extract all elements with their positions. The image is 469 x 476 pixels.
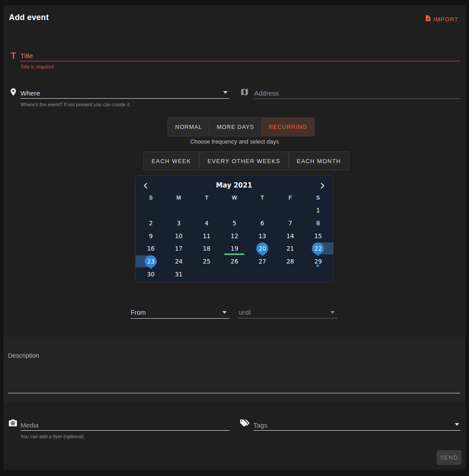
title-input[interactable]: Title — [20, 52, 33, 60]
location-pin-icon — [9, 87, 18, 99]
calendar-day-21[interactable]: 21 — [276, 242, 304, 255]
calendar-day-5[interactable]: 5 — [220, 217, 249, 230]
media-helper-text: You can add a flyer (optional) — [20, 434, 84, 439]
tab-recurring[interactable]: RECURRING — [262, 117, 315, 136]
calendar-day-19[interactable]: 19 — [220, 242, 249, 255]
calendar-day-24[interactable]: 24 — [165, 255, 193, 268]
calendar-day-29[interactable]: 29 — [304, 255, 332, 268]
calendar-day-1[interactable]: 1 — [304, 204, 332, 217]
day-number: 16 — [147, 245, 155, 252]
calendar-day-20[interactable]: 20 — [249, 242, 277, 255]
calendar-day-4[interactable]: 4 — [192, 217, 220, 230]
calendar-day-26[interactable]: 26 — [220, 255, 249, 268]
calendar-day-empty — [249, 204, 277, 217]
weekday-label: F — [276, 192, 304, 203]
media-input[interactable]: Media — [20, 421, 39, 429]
day-number: 21 — [286, 245, 294, 252]
day-number: 14 — [286, 232, 294, 240]
where-helper-text: Where's the event? If not present you ca… — [20, 102, 131, 107]
event-dot — [317, 264, 319, 267]
calendar-day-9[interactable]: 9 — [137, 229, 165, 242]
calendar-day-25[interactable]: 25 — [192, 255, 220, 268]
day-number: 5 — [232, 220, 237, 227]
day-number: 30 — [147, 271, 155, 278]
add-event-dialog: Add event IMPORT T Title Title is requir… — [4, 5, 465, 470]
until-time-select[interactable]: until — [239, 309, 251, 316]
calendar-day-16[interactable]: 16 — [137, 242, 165, 255]
calendar-day-12[interactable]: 12 — [220, 229, 249, 242]
description-input[interactable]: Description — [4, 337, 465, 402]
import-button[interactable]: IMPORT — [425, 14, 458, 24]
day-number: 24 — [175, 258, 182, 265]
description-underline — [8, 393, 460, 393]
calendar-day-7[interactable]: 7 — [276, 217, 304, 230]
calendar-day-grid: 1234567891011121314151617181920212223242… — [137, 204, 332, 280]
description-label: Description — [8, 352, 39, 359]
calendar-day-11[interactable]: 11 — [192, 229, 220, 242]
day-number: 22 — [314, 245, 322, 252]
until-dropdown-arrow-icon[interactable] — [330, 311, 335, 314]
calendar-day-empty — [137, 204, 165, 217]
map-icon — [240, 87, 249, 99]
title-icon: T — [11, 51, 16, 61]
day-number: 19 — [231, 245, 238, 252]
day-number: 27 — [259, 258, 266, 265]
address-input[interactable]: Address — [254, 89, 279, 97]
from-underline — [131, 318, 229, 319]
send-button[interactable]: SEND — [437, 450, 461, 465]
day-number: 9 — [149, 232, 153, 240]
calendar-day-23[interactable]: 23 — [137, 255, 165, 268]
calendar-day-10[interactable]: 10 — [165, 229, 193, 242]
weekday-label: T — [249, 192, 277, 203]
calendar-day-empty — [304, 268, 332, 280]
calendar-day-15[interactable]: 15 — [304, 229, 332, 242]
from-dropdown-arrow-icon[interactable] — [222, 311, 227, 314]
day-number: 4 — [204, 220, 208, 227]
until-underline — [239, 318, 337, 319]
camera-icon — [8, 419, 18, 429]
calendar-day-28[interactable]: 28 — [276, 255, 304, 268]
day-number: 2 — [149, 220, 153, 227]
tags-select[interactable]: Tags — [253, 421, 268, 429]
day-number: 31 — [175, 271, 182, 278]
today-underline — [224, 253, 245, 255]
calendar-day-2[interactable]: 2 — [137, 217, 165, 230]
every-other-weeks-button[interactable]: EVERY OTHER WEEKS — [200, 152, 289, 170]
each-month-button[interactable]: EACH MONTH — [289, 152, 349, 170]
tags-dropdown-arrow-icon[interactable] — [455, 423, 459, 426]
calendar-day-6[interactable]: 6 — [249, 217, 277, 230]
weekday-label: T — [192, 192, 220, 203]
where-dropdown-arrow-icon[interactable] — [223, 91, 228, 94]
calendar-day-empty — [249, 268, 277, 280]
calendar-day-3[interactable]: 3 — [165, 217, 193, 230]
day-number: 11 — [203, 232, 210, 240]
event-type-tab-group: NORMAL MORE DAYS RECURRING — [168, 117, 315, 136]
calendar-day-14[interactable]: 14 — [276, 229, 304, 242]
calendar-day-31[interactable]: 31 — [165, 268, 193, 280]
calendar-day-empty — [220, 204, 249, 217]
calendar-next-month-button[interactable] — [317, 181, 327, 191]
file-import-icon — [425, 14, 432, 24]
each-week-button[interactable]: EACH WEEK — [143, 152, 200, 170]
calendar-day-8[interactable]: 8 — [304, 217, 332, 230]
tab-normal[interactable]: NORMAL — [168, 117, 209, 136]
day-number: 1 — [316, 207, 320, 214]
day-number: 13 — [259, 232, 266, 240]
calendar-day-empty — [220, 268, 249, 280]
from-time-select[interactable]: From — [131, 309, 146, 316]
tags-icon — [239, 419, 251, 430]
weekday-label: M — [165, 192, 193, 203]
calendar-day-13[interactable]: 13 — [249, 229, 277, 242]
weekday-label: S — [137, 192, 165, 203]
where-select[interactable]: Where — [20, 89, 40, 97]
day-number: 25 — [203, 258, 210, 265]
calendar-day-18[interactable]: 18 — [192, 242, 220, 255]
calendar-day-17[interactable]: 17 — [165, 242, 193, 255]
calendar-day-22[interactable]: 22 — [304, 242, 332, 255]
day-number: 15 — [314, 232, 322, 240]
calendar-day-30[interactable]: 30 — [137, 268, 165, 280]
calendar-day-empty — [192, 268, 220, 280]
title-error-text: Title is required — [20, 64, 54, 69]
tab-more-days[interactable]: MORE DAYS — [209, 117, 261, 136]
calendar-day-27[interactable]: 27 — [249, 255, 277, 268]
